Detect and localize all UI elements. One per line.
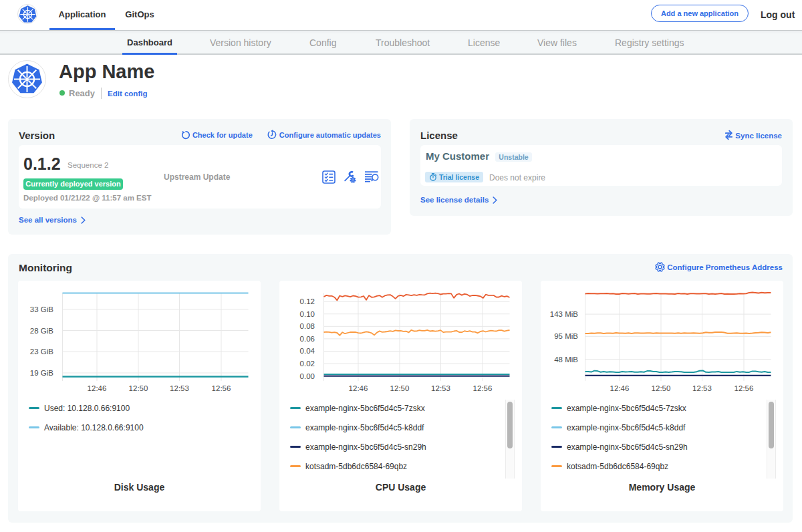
svg-text:0.00: 0.00 — [300, 372, 315, 380]
svg-text:12:46: 12:46 — [88, 384, 107, 392]
svg-text:95 MiB: 95 MiB — [554, 332, 578, 340]
svg-text:12:56: 12:56 — [734, 384, 754, 392]
svg-text:0.08: 0.08 — [300, 322, 315, 330]
svg-text:48 MiB: 48 MiB — [554, 356, 578, 364]
svg-text:12:53: 12:53 — [170, 384, 189, 392]
svg-text:12:56: 12:56 — [212, 384, 231, 392]
svg-text:12:56: 12:56 — [473, 384, 493, 392]
svg-text:12:50: 12:50 — [652, 384, 671, 392]
svg-text:12:53: 12:53 — [431, 384, 450, 392]
svg-text:23 GiB: 23 GiB — [30, 348, 53, 356]
svg-text:28 GiB: 28 GiB — [30, 327, 53, 335]
svg-text:19 GiB: 19 GiB — [30, 369, 53, 377]
svg-text:0.06: 0.06 — [300, 335, 315, 343]
svg-text:12:50: 12:50 — [390, 384, 410, 392]
svg-text:12:46: 12:46 — [610, 384, 630, 392]
svg-text:12:50: 12:50 — [129, 384, 148, 392]
svg-text:143 MiB: 143 MiB — [550, 310, 579, 318]
svg-text:0.02: 0.02 — [300, 360, 315, 368]
svg-text:0.12: 0.12 — [300, 297, 315, 305]
svg-text:0.10: 0.10 — [300, 310, 315, 318]
svg-text:33 GiB: 33 GiB — [30, 305, 53, 313]
svg-text:0.04: 0.04 — [300, 347, 315, 355]
svg-text:12:53: 12:53 — [692, 384, 712, 392]
svg-text:12:46: 12:46 — [349, 384, 368, 392]
